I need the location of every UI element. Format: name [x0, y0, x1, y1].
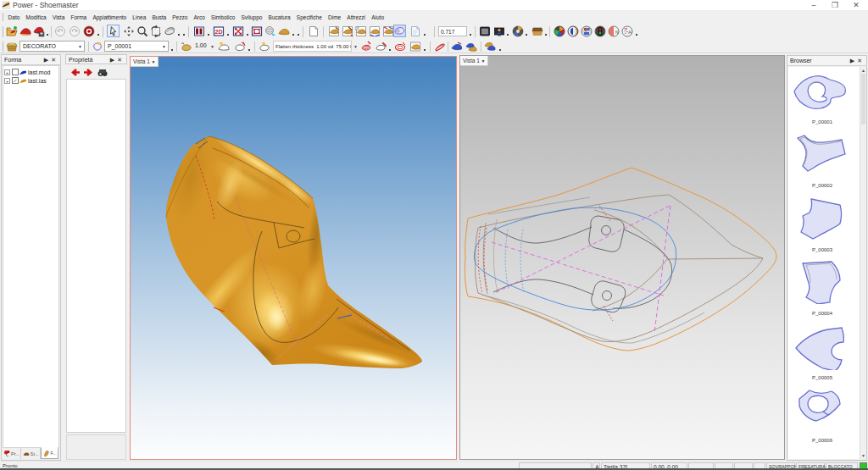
svg-text:A: A: [628, 30, 632, 35]
svg-text:2D: 2D: [215, 29, 223, 35]
svg-text:N: N: [615, 30, 619, 35]
